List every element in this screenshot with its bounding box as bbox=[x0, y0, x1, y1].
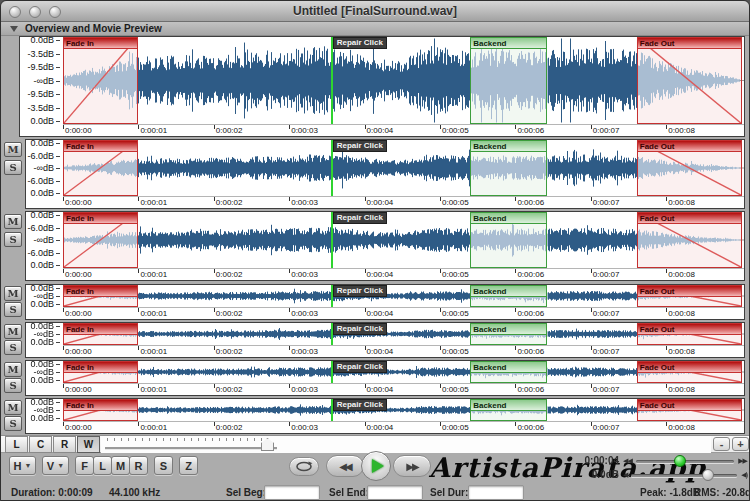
zoom-in-button[interactable]: + bbox=[732, 437, 749, 451]
fade-in-region[interactable]: Fade In bbox=[63, 285, 138, 307]
solo-button-channel-4[interactable]: S bbox=[4, 340, 22, 355]
backend-region[interactable]: Backend bbox=[470, 140, 547, 196]
ruler-tick bbox=[515, 346, 516, 350]
mute-button-channel-4[interactable]: M bbox=[4, 324, 22, 339]
db-label: -∞dB bbox=[34, 163, 60, 173]
solo-button-channel-5[interactable]: S bbox=[4, 378, 22, 393]
sel-dur-input[interactable] bbox=[468, 485, 524, 500]
ruler-tick bbox=[63, 269, 64, 273]
skip-back-icon[interactable]: ◀◀ bbox=[623, 457, 632, 465]
speaker-icon[interactable]: ◀) bbox=[741, 471, 747, 479]
backend-region[interactable]: Backend bbox=[470, 361, 547, 383]
sel-beg-input[interactable] bbox=[264, 485, 320, 500]
mute-button-channel-3[interactable]: M bbox=[4, 286, 22, 301]
time-ruler[interactable]: 0:00:000:00:010:00:020:00:030:00:040:00:… bbox=[63, 345, 744, 357]
h-zoom-menu-button[interactable]: H▼ bbox=[9, 456, 36, 475]
solo-button-channel-6[interactable]: S bbox=[4, 416, 22, 431]
fade-out-region[interactable]: Fade Out bbox=[637, 212, 742, 268]
volume-slider[interactable] bbox=[631, 469, 737, 481]
playback-slider-thumb[interactable] bbox=[674, 455, 686, 467]
mute-button-channel-1[interactable]: M bbox=[4, 142, 22, 157]
time-ruler[interactable]: 0:00:000:00:010:00:020:00:030:00:040:00:… bbox=[63, 307, 744, 319]
fade-out-region[interactable]: Fade Out bbox=[637, 37, 742, 124]
backend-region[interactable]: Backend bbox=[470, 323, 547, 345]
channel-button-left[interactable]: L bbox=[5, 436, 28, 453]
repair-click-marker-line[interactable] bbox=[331, 37, 333, 124]
v-zoom-menu-button[interactable]: V▼ bbox=[42, 456, 69, 475]
time-ruler[interactable]: 0:00:000:00:010:00:020:00:030:00:040:00:… bbox=[63, 383, 744, 395]
mute-button-channel-6[interactable]: M bbox=[4, 400, 22, 415]
time-ruler[interactable]: 0:00:000:00:010:00:020:00:030:00:040:00:… bbox=[63, 196, 744, 208]
fast-forward-button[interactable]: ▶▶ bbox=[393, 455, 431, 477]
fade-in-region[interactable]: Fade In bbox=[63, 399, 138, 421]
fade-out-region[interactable]: Fade Out bbox=[637, 285, 742, 307]
fade-in-region[interactable]: Fade In bbox=[63, 37, 138, 124]
tool-button-s[interactable]: S bbox=[154, 456, 173, 475]
mute-button-channel-5[interactable]: M bbox=[4, 362, 22, 377]
horizontal-zoom-slider[interactable] bbox=[101, 436, 711, 453]
fade-out-region[interactable]: Fade Out bbox=[637, 140, 742, 196]
fade-in-region[interactable]: Fade In bbox=[63, 323, 138, 345]
waveform-display[interactable]: Fade InBackendFade OutRepair Click bbox=[63, 285, 744, 307]
mute-button-channel-2[interactable]: M bbox=[4, 214, 22, 229]
waveform-display[interactable]: Fade InBackendFade OutRepair Click bbox=[63, 212, 744, 268]
backend-region[interactable]: Backend bbox=[470, 212, 547, 268]
fade-out-region[interactable]: Fade Out bbox=[637, 399, 742, 421]
fade-in-region[interactable]: Fade In bbox=[63, 361, 138, 383]
fade-out-region-label: Fade Out bbox=[638, 286, 741, 297]
ruler-time-label: 0:00:03 bbox=[291, 270, 318, 279]
volume-slider-thumb[interactable] bbox=[702, 469, 714, 481]
tool-button-m[interactable]: M bbox=[111, 456, 130, 475]
backend-region[interactable]: Backend bbox=[470, 399, 547, 421]
time-ruler[interactable]: 0:00:000:00:010:00:020:00:030:00:040:00:… bbox=[63, 124, 744, 136]
waveform-display[interactable]: Fade InBackendFade OutRepair Click bbox=[63, 361, 744, 383]
repair-click-marker-label[interactable]: Repair Click bbox=[333, 361, 387, 373]
fade-out-region[interactable]: Fade Out bbox=[637, 361, 742, 383]
fade-in-region[interactable]: Fade In bbox=[63, 140, 138, 196]
sample-rate-value: 44.100 kHz bbox=[109, 487, 160, 498]
repair-click-marker-label[interactable]: Repair Click bbox=[333, 37, 387, 49]
channel-button-wave[interactable]: W bbox=[77, 436, 100, 453]
backend-region[interactable]: Backend bbox=[470, 285, 547, 307]
channel-button-center[interactable]: C bbox=[29, 436, 52, 453]
time-ruler[interactable]: 0:00:000:00:010:00:020:00:030:00:040:00:… bbox=[63, 421, 744, 433]
tool-button-f[interactable]: F bbox=[75, 456, 94, 475]
disclosure-triangle-icon[interactable] bbox=[10, 26, 18, 32]
tool-button-l[interactable]: L bbox=[93, 456, 112, 475]
repair-click-marker-label[interactable]: Repair Click bbox=[333, 212, 387, 224]
play-button[interactable] bbox=[361, 451, 391, 481]
solo-button-channel-2[interactable]: S bbox=[4, 232, 22, 247]
zoom-slider-thumb[interactable] bbox=[261, 438, 274, 451]
ruler-time-label: 0:00:03 bbox=[291, 385, 318, 394]
repair-click-marker-label[interactable]: Repair Click bbox=[333, 399, 387, 411]
fade-out-region[interactable]: Fade Out bbox=[637, 323, 742, 345]
volume-min-icon[interactable]: ◀ bbox=[623, 471, 627, 479]
loop-button[interactable] bbox=[289, 457, 319, 476]
time-ruler[interactable]: 0:00:000:00:010:00:020:00:030:00:040:00:… bbox=[63, 268, 744, 280]
fade-in-region[interactable]: Fade In bbox=[63, 212, 138, 268]
backend-region[interactable]: Backend bbox=[470, 37, 547, 124]
sel-end-input[interactable] bbox=[367, 485, 423, 500]
fade-in-region-label: Fade In bbox=[64, 38, 137, 49]
title-bar[interactable]: Untitled [FinalSurround.wav] bbox=[1, 1, 749, 22]
channel-button-right[interactable]: R bbox=[53, 436, 76, 453]
solo-button-channel-3[interactable]: S bbox=[4, 302, 22, 317]
tool-button-r[interactable]: R bbox=[129, 456, 148, 475]
repair-click-marker-label[interactable]: Repair Click bbox=[333, 285, 387, 297]
waveform-display[interactable]: Fade InBackendFade OutRepair Click bbox=[63, 323, 744, 345]
zoom-out-button[interactable]: - bbox=[713, 437, 730, 451]
rewind-button[interactable]: ◀◀ bbox=[326, 455, 364, 477]
waveform-display[interactable]: Fade InBackendFade OutRepair Click bbox=[63, 37, 744, 124]
repair-click-marker-label[interactable]: Repair Click bbox=[333, 323, 387, 335]
ruler-tick bbox=[591, 384, 592, 388]
waveform-display[interactable]: Fade InBackendFade OutRepair Click bbox=[63, 399, 744, 421]
waveform-display[interactable]: Fade InBackendFade OutRepair Click bbox=[63, 140, 744, 196]
fade-in-region-label: Fade In bbox=[64, 141, 137, 152]
repair-click-marker-label[interactable]: Repair Click bbox=[333, 140, 387, 152]
solo-button-channel-1[interactable]: S bbox=[4, 160, 22, 175]
tool-button-z[interactable]: Z bbox=[179, 456, 198, 475]
fade-in-region-fade-line bbox=[64, 38, 137, 123]
skip-forward-icon[interactable]: ▶▶ bbox=[738, 457, 747, 465]
playback-position-slider[interactable] bbox=[636, 455, 734, 467]
ruler-time-label: 0:00:02 bbox=[216, 198, 243, 207]
